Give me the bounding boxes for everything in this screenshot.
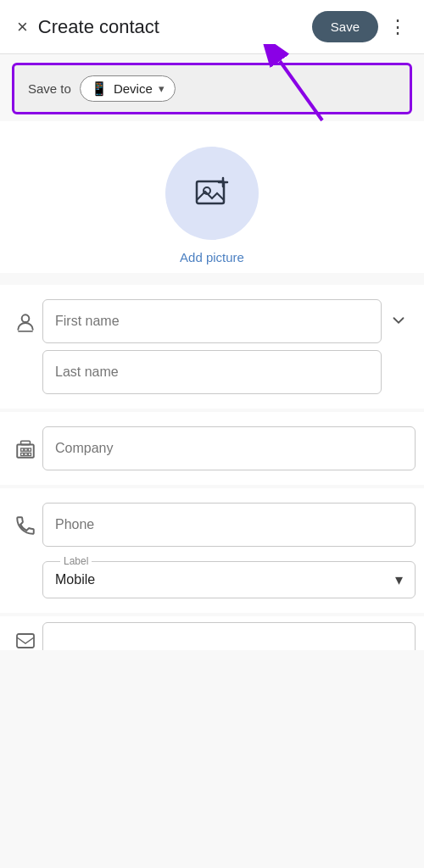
company-input[interactable] (42, 426, 416, 470)
save-button[interactable]: Save (312, 11, 378, 42)
phone-icon (8, 503, 42, 537)
phone-row: Label Mobile ▾ (0, 497, 424, 604)
save-to-device-button[interactable]: 📱 Device ▾ (80, 75, 176, 102)
dropdown-arrow-icon: ▾ (395, 570, 403, 589)
device-label: Device (114, 81, 153, 96)
phone-fields: Label Mobile ▾ (42, 503, 416, 598)
svg-rect-9 (21, 441, 31, 444)
device-icon: 📱 (91, 81, 108, 97)
svg-rect-12 (28, 448, 31, 451)
label-fieldset: Label Mobile ▾ (42, 555, 416, 598)
add-photo-icon (192, 173, 232, 214)
close-button[interactable]: × (10, 9, 35, 45)
chevron-down-icon: ▾ (159, 82, 165, 95)
page-title: Create contact (38, 16, 312, 38)
add-picture-label[interactable]: Add picture (180, 250, 244, 264)
svg-rect-11 (25, 448, 27, 451)
last-name-input[interactable] (42, 350, 382, 394)
company-section (0, 412, 424, 485)
company-row (0, 420, 424, 476)
avatar-section: Add picture (0, 121, 424, 273)
phone-input[interactable] (42, 503, 416, 547)
email-section-partial (0, 616, 424, 650)
company-icon (8, 426, 42, 460)
save-to-bar: Save to 📱 Device ▾ (12, 63, 412, 114)
mobile-dropdown[interactable]: Mobile ▾ (55, 570, 403, 589)
svg-rect-15 (28, 453, 31, 455)
svg-rect-14 (25, 453, 27, 455)
expand-name-button[interactable] (382, 299, 416, 330)
person-icon (8, 299, 42, 333)
phone-section: Label Mobile ▾ (0, 488, 424, 613)
svg-rect-13 (21, 453, 24, 455)
label-legend: Label (60, 555, 92, 567)
svg-rect-10 (21, 448, 24, 451)
mobile-label: Mobile (55, 572, 95, 587)
email-input-partial (42, 622, 416, 650)
company-fields (42, 426, 416, 470)
header: × Create contact Save ⋮ (0, 0, 424, 54)
save-to-label: Save to (28, 81, 71, 96)
add-photo-button[interactable] (165, 147, 259, 240)
phone-label-wrapper: Label Mobile ▾ (42, 555, 416, 598)
email-icon (8, 622, 42, 650)
svg-point-6 (22, 314, 30, 322)
first-name-input[interactable] (42, 299, 382, 343)
name-row (0, 293, 424, 400)
name-section (0, 285, 424, 409)
svg-rect-16 (17, 634, 34, 648)
name-fields (42, 299, 382, 394)
more-options-button[interactable]: ⋮ (382, 9, 414, 45)
